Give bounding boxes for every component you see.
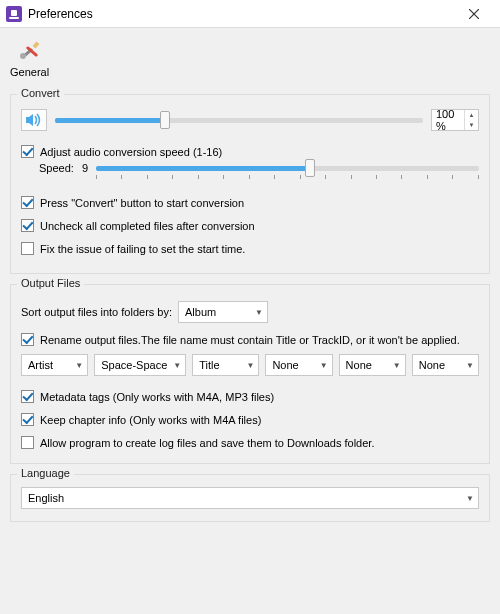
- svg-marker-9: [26, 114, 33, 126]
- output-legend: Output Files: [17, 277, 84, 289]
- filename-col-value: Title: [199, 359, 240, 371]
- close-icon: [469, 9, 479, 19]
- chevron-down-icon: ▼: [255, 308, 263, 317]
- tools-icon: [16, 36, 44, 64]
- volume-value: 100 %: [432, 108, 464, 132]
- chevron-down-icon: ▼: [466, 494, 474, 503]
- language-value: English: [28, 492, 460, 504]
- chevron-down-icon: ▼: [466, 361, 474, 370]
- app-icon: [6, 6, 22, 22]
- fix-issue-label: Fix the issue of failing to set the star…: [40, 243, 245, 255]
- spin-up-icon[interactable]: ▲: [465, 110, 478, 120]
- metadata-checkbox[interactable]: [21, 390, 34, 403]
- filename-col-3[interactable]: None▼: [265, 354, 332, 376]
- chevron-down-icon: ▼: [75, 361, 83, 370]
- rename-label: Rename output files.The file name must c…: [40, 334, 460, 346]
- logs-label: Allow program to create log files and sa…: [40, 437, 374, 449]
- speaker-icon: [26, 113, 42, 127]
- language-group: Language English ▼: [10, 474, 490, 522]
- filename-col-2[interactable]: Title▼: [192, 354, 259, 376]
- speed-value: 9: [82, 162, 88, 174]
- svg-rect-1: [11, 10, 17, 16]
- fix-issue-checkbox[interactable]: [21, 242, 34, 255]
- filename-col-value: Artist: [28, 359, 69, 371]
- sort-value: Album: [185, 306, 249, 318]
- filename-col-0[interactable]: Artist▼: [21, 354, 88, 376]
- filename-col-value: None: [419, 359, 460, 371]
- language-legend: Language: [17, 467, 74, 479]
- close-button[interactable]: [454, 2, 494, 26]
- output-files-group: Output Files Sort output files into fold…: [10, 284, 490, 464]
- filename-col-5[interactable]: None▼: [412, 354, 479, 376]
- speed-slider[interactable]: [96, 166, 479, 171]
- chevron-down-icon: ▼: [320, 361, 328, 370]
- filename-col-4[interactable]: None▼: [339, 354, 406, 376]
- press-convert-checkbox[interactable]: [21, 196, 34, 209]
- titlebar: Preferences: [0, 0, 500, 28]
- chevron-down-icon: ▼: [393, 361, 401, 370]
- convert-group: Convert 100 % ▲ ▼: [10, 94, 490, 274]
- uncheck-completed-checkbox[interactable]: [21, 219, 34, 232]
- window-title: Preferences: [28, 7, 454, 21]
- adjust-speed-label: Adjust audio conversion speed (1-16): [40, 146, 222, 158]
- convert-legend: Convert: [17, 87, 64, 99]
- press-convert-label: Press "Convert" button to start conversi…: [40, 197, 244, 209]
- filename-col-value: None: [272, 359, 313, 371]
- svg-rect-8: [32, 41, 39, 48]
- volume-button[interactable]: [21, 109, 47, 131]
- logs-checkbox[interactable]: [21, 436, 34, 449]
- chapter-checkbox[interactable]: [21, 413, 34, 426]
- spin-down-icon[interactable]: ▼: [465, 120, 478, 130]
- chevron-down-icon: ▼: [173, 361, 181, 370]
- language-combo[interactable]: English ▼: [21, 487, 479, 509]
- filename-col-value: Space-Space: [101, 359, 167, 371]
- category-general[interactable]: General: [10, 36, 49, 78]
- sort-combo[interactable]: Album ▼: [178, 301, 268, 323]
- adjust-speed-checkbox[interactable]: [21, 145, 34, 158]
- volume-slider[interactable]: [55, 118, 423, 123]
- svg-rect-2: [9, 17, 19, 19]
- category-label: General: [10, 66, 49, 78]
- volume-spinbox[interactable]: 100 % ▲ ▼: [431, 109, 479, 131]
- uncheck-completed-label: Uncheck all completed files after conver…: [40, 220, 255, 232]
- filename-col-1[interactable]: Space-Space▼: [94, 354, 186, 376]
- filename-col-value: None: [346, 359, 387, 371]
- metadata-label: Metadata tags (Only works with M4A, MP3 …: [40, 391, 274, 403]
- svg-point-6: [20, 53, 26, 59]
- rename-checkbox[interactable]: [21, 333, 34, 346]
- chapter-label: Keep chapter info (Only works with M4A f…: [40, 414, 261, 426]
- speed-label: Speed:: [39, 162, 74, 174]
- sort-label: Sort output files into folders by:: [21, 306, 172, 318]
- chevron-down-icon: ▼: [246, 361, 254, 370]
